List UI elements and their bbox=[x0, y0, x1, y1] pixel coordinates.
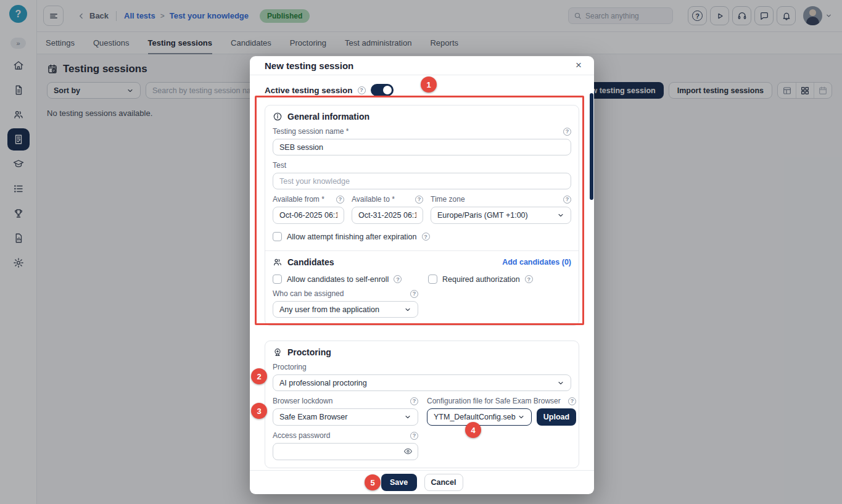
config-file-label: Configuration file for Safe Exam Browser bbox=[427, 397, 561, 405]
annotation-step-5: 5 bbox=[365, 474, 381, 490]
access-password-label: Access password bbox=[273, 431, 330, 440]
chevron-down-icon bbox=[404, 413, 411, 421]
help-icon[interactable]: ? bbox=[568, 397, 576, 405]
access-password-field bbox=[273, 443, 418, 460]
browser-lockdown-label: Browser lockdown bbox=[273, 397, 332, 405]
save-button[interactable]: Save bbox=[381, 474, 417, 491]
annotation-step-4: 4 bbox=[465, 422, 481, 438]
modal-header: New testing session × bbox=[250, 56, 594, 75]
proctoring-value: AI professional proctoring bbox=[279, 379, 367, 387]
help-icon[interactable]: ? bbox=[410, 397, 418, 405]
close-icon[interactable]: × bbox=[572, 59, 585, 72]
upload-button[interactable]: Upload bbox=[537, 408, 576, 426]
help-icon[interactable]: ? bbox=[410, 432, 418, 440]
eye-icon[interactable] bbox=[403, 447, 413, 456]
proctoring-label: Proctoring bbox=[273, 363, 307, 371]
proctoring-card: Proctoring Proctoring AI professional pr… bbox=[265, 341, 579, 468]
chevron-down-icon bbox=[557, 379, 564, 387]
access-password-input[interactable] bbox=[273, 443, 418, 460]
active-session-toggle[interactable] bbox=[371, 84, 394, 96]
modal-title: New testing session bbox=[265, 60, 353, 71]
browser-lockdown-value: Safe Exam Browser bbox=[279, 413, 347, 421]
browser-lockdown-select[interactable]: Safe Exam Browser bbox=[273, 408, 418, 426]
app-window: ? » bbox=[0, 0, 842, 504]
modal-scrollbar-thumb[interactable] bbox=[590, 93, 593, 200]
proctoring-heading: Proctoring bbox=[273, 347, 571, 357]
cancel-button[interactable]: Cancel bbox=[424, 474, 463, 491]
active-toggle-label: Active testing session bbox=[265, 86, 353, 95]
annotation-step-3: 3 bbox=[251, 403, 267, 419]
annotation-step-2: 2 bbox=[251, 368, 267, 384]
config-file-select[interactable]: YTM_DefaultConfig.seb bbox=[427, 408, 532, 426]
config-file-value: YTM_DefaultConfig.seb bbox=[434, 413, 516, 421]
lockdown-row: Browser lockdown? Safe Exam Browser Conf… bbox=[273, 391, 571, 426]
chevron-down-icon bbox=[518, 413, 525, 421]
annotation-highlight-box bbox=[255, 96, 584, 325]
webcam-icon bbox=[273, 347, 283, 357]
proctoring-select[interactable]: AI professional proctoring bbox=[273, 374, 571, 391]
modal-footer: Save Cancel bbox=[250, 470, 594, 494]
annotation-step-1: 1 bbox=[421, 76, 437, 93]
proctoring-heading-label: Proctoring bbox=[287, 347, 331, 357]
help-icon[interactable]: ? bbox=[358, 86, 366, 94]
